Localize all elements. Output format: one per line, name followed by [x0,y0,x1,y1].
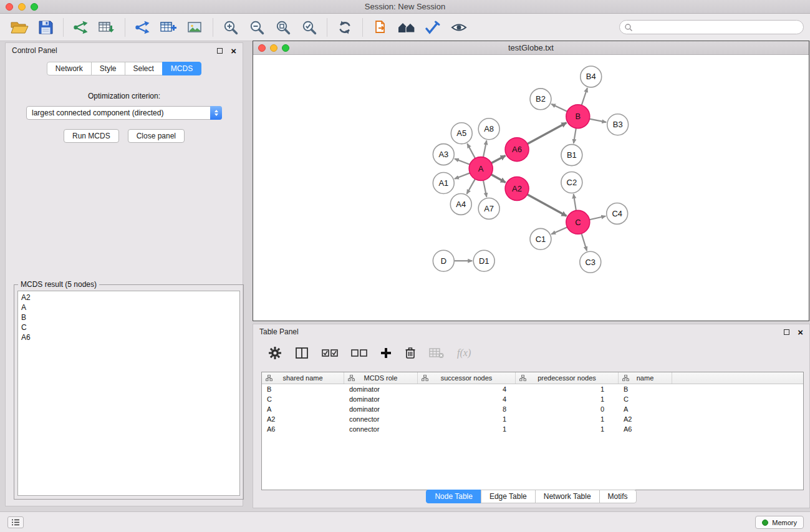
tab-motifs[interactable]: Motifs [599,490,637,503]
tab-style[interactable]: Style [91,62,125,75]
node-A2[interactable]: A2 [505,177,529,201]
function-builder-icon[interactable]: f(x) [457,347,471,359]
search-input[interactable] [633,21,803,34]
node-B3[interactable]: B3 [607,114,629,135]
import-network-icon[interactable] [72,20,90,35]
unselect-all-columns-icon[interactable] [351,348,367,358]
node-B1[interactable]: B1 [561,145,582,166]
node-A6[interactable]: A6 [505,138,529,162]
clone-network-icon[interactable] [373,20,388,35]
network-window-titlebar[interactable]: testGlobe.txt [253,41,809,55]
result-item[interactable]: C [21,322,236,332]
table-row[interactable]: A2connector11A2 [262,414,803,424]
edge-C-C4[interactable] [589,216,605,220]
network-minimize-button[interactable] [270,44,277,52]
column-header-successor-nodes[interactable]: successor nodes [418,372,516,384]
node-B2[interactable]: B2 [530,89,551,110]
column-header-predecessor-nodes[interactable]: predecessor nodes [516,372,619,384]
edge-A-A2[interactable] [491,175,506,183]
node-A5[interactable]: A5 [451,123,472,144]
node-B[interactable]: B [566,105,590,128]
show-columns-icon[interactable] [295,347,309,359]
table-settings-gear-icon[interactable] [268,346,282,360]
tab-network-table[interactable]: Network Table [535,490,600,503]
network-canvas[interactable]: B4B2BB3A8A5A6A3B1AC2A1A2A4A7C4CC1DD1C3 [253,55,809,321]
create-column-plus-icon[interactable] [380,347,392,359]
zoom-out-icon[interactable] [249,19,265,36]
delete-table-icon[interactable] [429,347,444,359]
tab-node-table[interactable]: Node Table [426,490,481,503]
memory-button[interactable]: Memory [755,516,804,529]
node-A8[interactable]: A8 [478,118,499,140]
edge-B-B4[interactable] [582,88,587,105]
open-session-icon[interactable] [10,20,29,35]
result-item[interactable]: A6 [21,332,236,342]
network-close-button[interactable] [258,44,266,52]
tab-edge-table[interactable]: Edge Table [481,490,536,503]
run-mcds-button[interactable]: Run MCDS [64,129,119,143]
edge-A-A6[interactable] [491,156,506,163]
table-row[interactable]: Cdominator41C [262,394,803,404]
edge-B-B2[interactable] [551,104,567,112]
node-A1[interactable]: A1 [433,173,454,194]
result-item[interactable]: A2 [21,293,236,302]
show-graphics-details-icon[interactable] [450,20,468,35]
close-table-panel-icon[interactable]: × [798,327,803,337]
edge-A-A5[interactable] [467,143,475,158]
close-button[interactable] [6,3,13,11]
zoom-window-button[interactable] [31,3,38,11]
node-A7[interactable]: A7 [478,198,499,219]
float-table-panel-icon[interactable] [784,329,789,335]
tab-select[interactable]: Select [125,62,163,75]
first-neighbors-icon[interactable] [397,20,416,35]
edge-A-A3[interactable] [455,158,470,164]
column-header-shared-name[interactable]: shared name [262,372,344,384]
delete-column-trash-icon[interactable] [405,347,416,359]
edge-A-A4[interactable] [467,179,475,194]
column-header-mcds-role[interactable]: MCDS role [344,372,418,384]
node-B4[interactable]: B4 [581,66,602,87]
new-table-icon[interactable] [160,20,178,35]
edge-B-B3[interactable] [589,119,606,122]
edge-A2-C[interactable] [528,195,567,216]
tab-mcds[interactable]: MCDS [162,62,201,75]
edge-A-A7[interactable] [483,180,486,197]
edge-C-C3[interactable] [582,233,587,251]
tab-network[interactable]: Network [47,62,92,75]
column-header-name[interactable]: name [619,372,672,384]
select-all-columns-icon[interactable] [322,348,338,358]
node-C3[interactable]: C3 [580,251,601,273]
edge-C-C1[interactable] [551,227,567,234]
table-row[interactable]: Adominator80A [262,404,803,414]
import-table-icon[interactable] [98,20,117,35]
close-panel-icon[interactable]: × [231,46,236,56]
optimization-criterion-select[interactable]: largest connected component (directed) [26,106,222,120]
zoom-in-icon[interactable] [223,19,239,36]
apply-layout-icon[interactable] [425,20,441,35]
zoom-selected-icon[interactable] [301,19,317,36]
edge-A-A1[interactable] [455,173,470,178]
result-item[interactable]: B [21,312,236,322]
node-C2[interactable]: C2 [561,172,582,193]
node-D[interactable]: D [433,250,454,271]
minimize-button[interactable] [18,3,26,11]
zoom-fit-icon[interactable] [275,19,291,36]
network-zoom-button[interactable] [282,44,289,52]
table-row[interactable]: A6connector11A6 [262,424,803,434]
task-history-button[interactable] [7,516,24,528]
float-panel-icon[interactable] [217,48,223,54]
edge-A-A8[interactable] [483,140,486,157]
save-session-icon[interactable] [38,20,54,35]
node-A[interactable]: A [469,157,493,181]
network-graph[interactable]: B4B2BB3A8A5A6A3B1AC2A1A2A4A7C4CC1DD1C3 [253,55,809,321]
node-C4[interactable]: C4 [607,203,628,224]
node-D1[interactable]: D1 [473,250,494,271]
node-C[interactable]: C [566,210,590,234]
export-image-icon[interactable] [186,20,204,35]
node-A3[interactable]: A3 [433,144,454,165]
table-row[interactable]: Bdominator41B [262,384,803,394]
result-item[interactable]: A [21,302,236,312]
new-network-icon[interactable] [134,20,152,35]
node-A4[interactable]: A4 [450,193,471,215]
edge-B-B1[interactable] [574,128,576,143]
